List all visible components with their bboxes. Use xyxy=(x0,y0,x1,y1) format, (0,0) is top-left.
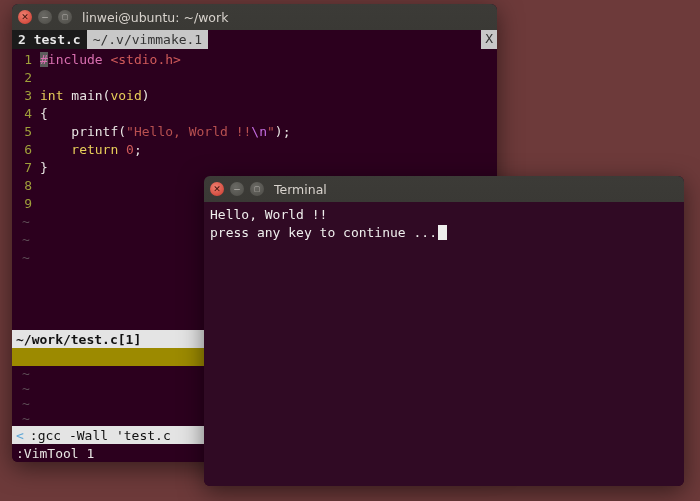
maximize-icon[interactable] xyxy=(250,182,264,196)
line-number: 9 xyxy=(12,195,40,213)
terminal-line: press any key to continue ... xyxy=(210,225,437,240)
end-of-buffer: ~ xyxy=(12,381,30,396)
cursor-icon xyxy=(438,225,447,240)
terminal-body[interactable]: Hello, World !! press any key to continu… xyxy=(204,202,684,486)
tab-active-index: 2 xyxy=(18,32,26,47)
close-icon[interactable] xyxy=(18,10,32,24)
code-line: #include <stdio.h> xyxy=(40,51,181,69)
vim-titlebar[interactable]: linwei@ubuntu: ~/work xyxy=(12,4,497,30)
line-number: 4 xyxy=(12,105,40,123)
tab-inactive-label: ~/.v/vimmake.1 xyxy=(93,32,203,47)
tab-active[interactable]: 2 test.c xyxy=(12,30,87,49)
code-line: return 0; xyxy=(40,141,142,159)
end-of-buffer: ~ xyxy=(12,231,30,249)
line-number: 6 xyxy=(12,141,40,159)
vim-window-title: linwei@ubuntu: ~/work xyxy=(82,10,228,25)
tab-inactive[interactable]: ~/.v/vimmake.1 xyxy=(87,30,209,49)
minimize-icon[interactable] xyxy=(230,182,244,196)
tabline-filler xyxy=(208,30,481,49)
quickfix-status-text: :gcc -Wall 'test.c xyxy=(30,428,171,443)
line-number: 7 xyxy=(12,159,40,177)
code-line: } xyxy=(40,159,48,177)
close-icon[interactable] xyxy=(210,182,224,196)
end-of-buffer: ~ xyxy=(12,366,30,381)
minimize-icon[interactable] xyxy=(38,10,52,24)
line-number: 1 xyxy=(12,51,40,69)
terminal-window: Terminal Hello, World !! press any key t… xyxy=(204,176,684,486)
end-of-buffer: ~ xyxy=(12,396,30,411)
tab-active-label: test.c xyxy=(34,32,81,47)
truncation-marker: < xyxy=(16,428,30,443)
line-number: 8 xyxy=(12,177,40,195)
end-of-buffer: ~ xyxy=(12,213,30,231)
line-number: 2 xyxy=(12,69,40,87)
terminal-line: Hello, World !! xyxy=(210,207,327,222)
code-line: { xyxy=(40,105,48,123)
line-number: 3 xyxy=(12,87,40,105)
vim-tabline: 2 test.c ~/.v/vimmake.1 X xyxy=(12,30,497,49)
end-of-buffer: ~ xyxy=(12,249,30,267)
terminal-window-title: Terminal xyxy=(274,182,327,197)
line-number: 5 xyxy=(12,123,40,141)
tab-close-button[interactable]: X xyxy=(481,30,497,49)
maximize-icon[interactable] xyxy=(58,10,72,24)
terminal-titlebar[interactable]: Terminal xyxy=(204,176,684,202)
end-of-buffer: ~ xyxy=(12,411,30,426)
code-line: printf("Hello, World !!\n"); xyxy=(40,123,290,141)
code-line: int main(void) xyxy=(40,87,150,105)
